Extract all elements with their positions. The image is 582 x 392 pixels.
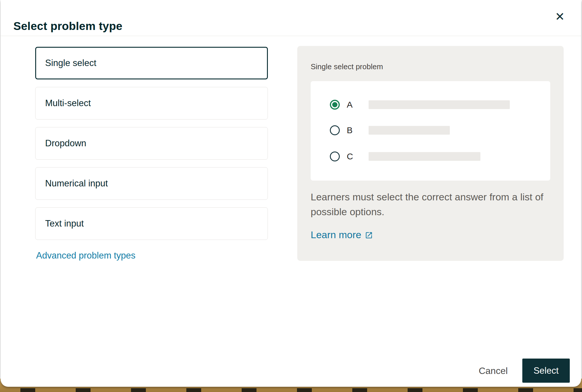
select-problem-type-dialog: Select problem type ✕ Single selectMulti…	[1, 0, 581, 387]
problem-type-option-multi-select[interactable]: Multi-select	[35, 87, 268, 120]
problem-type-option-label: Multi-select	[45, 98, 91, 108]
dialog-title: Select problem type	[13, 20, 122, 33]
preview-description: Learners must select the correct answer …	[311, 190, 567, 219]
problem-type-option-label: Numerical input	[45, 178, 108, 189]
preview-panel: Single select problem ABC Learners must …	[297, 46, 564, 261]
learn-more-label: Learn more	[311, 229, 361, 240]
preview-answer-card: ABC	[311, 81, 550, 181]
answer-letter: A	[347, 100, 369, 110]
problem-type-option-label: Single select	[45, 58, 96, 68]
select-button[interactable]: Select	[522, 359, 570, 383]
radio-selected-icon	[330, 100, 340, 110]
external-link-icon	[365, 231, 373, 239]
answer-letter: C	[347, 152, 369, 161]
problem-type-option-label: Text input	[45, 218, 84, 229]
cancel-button[interactable]: Cancel	[464, 359, 522, 383]
answer-placeholder-bar	[369, 152, 480, 161]
preview-answer-row: C	[330, 152, 480, 161]
radio-unselected-icon	[330, 152, 340, 161]
preview-answer-row: B	[330, 125, 450, 135]
problem-type-option-numerical-input[interactable]: Numerical input	[35, 167, 268, 200]
underlying-page-content	[0, 388, 582, 392]
problem-type-option-text-input[interactable]: Text input	[35, 207, 268, 240]
close-icon[interactable]: ✕	[551, 8, 569, 26]
learn-more-link[interactable]: Learn more	[311, 229, 373, 240]
answer-placeholder-bar	[369, 100, 510, 109]
screen: Select problem type ✕ Single selectMulti…	[0, 0, 582, 392]
advanced-problem-types-link[interactable]: Advanced problem types	[36, 250, 135, 261]
problem-type-list: Single selectMulti-selectDropdownNumeric…	[35, 47, 268, 240]
header-divider	[1, 36, 581, 36]
preview-answer-row: A	[330, 100, 510, 110]
problem-type-option-dropdown[interactable]: Dropdown	[35, 127, 268, 160]
answer-placeholder-bar	[369, 126, 450, 135]
preview-label: Single select problem	[311, 62, 383, 71]
problem-type-option-single-select[interactable]: Single select	[35, 47, 268, 79]
radio-unselected-icon	[330, 125, 340, 135]
answer-letter: B	[347, 125, 369, 135]
problem-type-option-label: Dropdown	[45, 138, 86, 149]
